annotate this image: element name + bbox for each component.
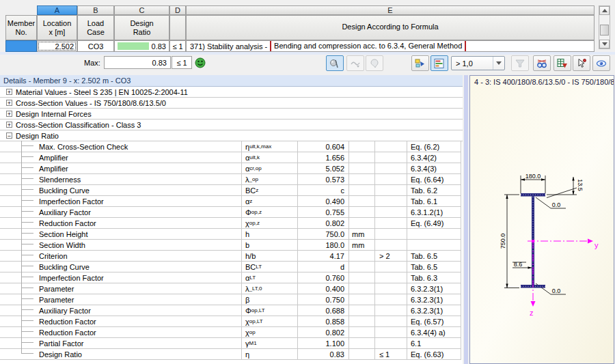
detail-unit xyxy=(348,338,374,348)
detail-row[interactable]: Auxiliary Factor Φop,LT 0.688 6.3.2.3(1) xyxy=(0,305,461,316)
detail-section-row[interactable]: − Design Ratio xyxy=(0,130,463,141)
detail-section-row[interactable]: + Cross-Section Values - IS 750/180/8.6/… xyxy=(0,98,463,109)
detail-row[interactable]: Amplifier αcr,op 5.052 6.3.4(3) xyxy=(0,163,461,174)
symbol-subscript: op,z xyxy=(251,209,262,215)
design-ratio-cell[interactable]: 0.83 xyxy=(114,40,169,52)
column-letter-c[interactable]: C xyxy=(114,5,169,15)
detail-unit xyxy=(348,152,374,163)
view-mode-button[interactable] xyxy=(592,55,610,71)
details-scroll-strip[interactable] xyxy=(464,75,468,364)
detail-label: Reduction Factor xyxy=(0,218,241,228)
scroll-up-button[interactable] xyxy=(599,6,610,15)
detail-value: 180.0 xyxy=(297,240,348,250)
detail-section-row[interactable]: + Material Values - Steel S 235 | EN 100… xyxy=(0,87,463,98)
expand-toggle-icon[interactable]: − xyxy=(6,132,12,139)
limit-cell[interactable]: ≤ 1 xyxy=(169,40,186,52)
table-scrollbar[interactable] xyxy=(599,5,610,49)
detail-row[interactable]: Imperfection Factor αLT 0.760 Tab. 6.3 xyxy=(0,272,461,283)
formula-cell[interactable]: 371) Stability analysis - Bending and co… xyxy=(186,40,594,52)
symbol-main: b xyxy=(245,241,249,249)
jump-to-graphic-icon xyxy=(415,58,426,69)
detail-row[interactable]: Criterion h/b 4.17 > 2 Tab. 6.5 xyxy=(0,251,461,262)
column-letter-e[interactable]: E xyxy=(186,5,594,15)
detail-criterion xyxy=(374,163,407,173)
detail-section-row[interactable]: + Design Internal Forces xyxy=(0,109,463,120)
load-case-cell[interactable]: CO3 xyxy=(77,40,114,52)
detail-label: Auxiliary Factor xyxy=(0,305,241,316)
detail-row[interactable]: Max. Cross-Section Check ηult,k,max 0.60… xyxy=(0,141,461,152)
detail-row[interactable]: Amplifier αult,k 1.656 6.3.4(2) xyxy=(0,152,461,163)
filter-button[interactable] xyxy=(511,55,529,71)
detail-unit xyxy=(348,283,374,294)
detail-row[interactable]: Buckling Curve BCLT d Tab. 6.5 xyxy=(0,262,461,272)
detail-label: Partial Factor xyxy=(0,338,241,348)
expand-toggle-icon[interactable]: + xyxy=(6,111,12,117)
detail-label: Design Ratio xyxy=(0,349,241,359)
export-excel-button[interactable] xyxy=(554,55,571,71)
detail-criterion: > 2 xyxy=(374,251,407,261)
detail-label: Parameter xyxy=(0,283,241,294)
column-letter-a[interactable]: A xyxy=(37,5,77,15)
detail-criterion: ≤ 1 xyxy=(374,349,407,359)
symbol-main: BC xyxy=(245,186,256,195)
detail-reference xyxy=(407,229,461,239)
detail-section-row[interactable]: + Cross-Section Classification - Class 3 xyxy=(0,120,463,130)
detail-row[interactable]: Buckling Curve BCz c Tab. 6.2 xyxy=(0,185,461,196)
detail-row[interactable]: Reduction Factor χop,z 0.802 Eq. (6.49) xyxy=(0,218,461,229)
detail-reference: Eq. (6.2) xyxy=(407,141,461,152)
column-letter-d[interactable]: D xyxy=(169,5,186,15)
detail-row[interactable]: Section Height h 750.0 mm xyxy=(0,229,461,240)
detail-row[interactable]: Auxiliary Factor Φop,z 0.755 6.3.1.2(1) xyxy=(0,207,461,218)
header-d-empty xyxy=(169,15,186,40)
expand-toggle-icon[interactable]: + xyxy=(6,100,12,106)
detail-row[interactable]: Imperfection Factor αz 0.490 Tab. 6.1 xyxy=(0,196,461,207)
member-no-cell-selected[interactable] xyxy=(5,40,37,52)
expand-toggle-icon[interactable]: + xyxy=(6,89,12,95)
detail-criterion xyxy=(374,283,407,294)
arrow-pin-icon xyxy=(576,58,587,69)
detail-label: Reduction Factor xyxy=(0,316,241,326)
expand-toggle-icon[interactable]: + xyxy=(6,122,12,128)
excel-export-icon xyxy=(557,58,568,69)
result-values-button[interactable] xyxy=(326,55,344,71)
arrow-up-icon xyxy=(602,9,607,12)
scroll-down-button[interactable] xyxy=(599,40,610,48)
scrollbar-thumb[interactable] xyxy=(600,25,609,36)
select-in-graphic-button[interactable] xyxy=(573,55,590,71)
detail-row[interactable]: Partial Factor γM1 1.100 6.1 xyxy=(0,338,461,349)
symbol-subscript: _op xyxy=(249,176,258,182)
details-section-list: + Material Values - Steel S 235 | EN 100… xyxy=(0,87,463,141)
rfem-steel-design-window: A B C D E Member No. Location x [m] Load… xyxy=(0,0,615,364)
detail-label: Section Width xyxy=(0,240,241,250)
detail-row[interactable]: Design Ratio η 0.83 ≤ 1 Eq. (6.63) xyxy=(0,349,461,360)
detail-unit xyxy=(348,185,374,195)
detail-row[interactable]: Slenderness λ_op 0.573 Eq. (6.64) xyxy=(0,174,461,185)
detail-label: Reduction Factor xyxy=(0,327,241,337)
detail-reference: Eq. (6.57) xyxy=(407,316,461,326)
detail-row[interactable]: Parameter β 0.750 6.3.2.3(1) xyxy=(0,294,461,305)
max-limit-field: ≤ 1 xyxy=(172,56,192,69)
detail-value: 0.83 xyxy=(297,349,348,359)
detail-criterion xyxy=(374,141,407,152)
detail-label: Imperfection Factor xyxy=(0,272,241,283)
detail-unit xyxy=(348,163,374,173)
column-letter-b[interactable]: B xyxy=(77,5,114,15)
glasses-icon xyxy=(536,58,547,69)
location-cell[interactable]: 2.502 xyxy=(37,40,77,52)
detail-row[interactable]: Reduction Factor χop,LT 0.858 Eq. (6.57) xyxy=(0,316,461,327)
detail-row[interactable]: Section Width b 180.0 mm xyxy=(0,240,461,251)
results-display-button[interactable] xyxy=(533,55,551,71)
detail-label: Slenderness xyxy=(0,174,241,184)
detail-row[interactable]: Reduction Factor χop 0.802 6.3.4(4) a) xyxy=(0,327,461,338)
detail-unit xyxy=(348,305,374,316)
detail-value: 1.656 xyxy=(297,152,348,163)
result-balloon-button[interactable] xyxy=(366,55,383,71)
sphere-pointer-icon xyxy=(329,58,340,69)
detail-row[interactable]: Parameter λ_LT,0 0.400 6.3.2.3(1) xyxy=(0,283,461,294)
symbol-subscript: z xyxy=(256,187,258,193)
smooth-results-button[interactable] xyxy=(346,55,364,71)
detail-reference: 6.3.2.3(1) xyxy=(407,305,461,316)
ratio-filter-dropdown[interactable]: > 1,0 xyxy=(451,56,505,70)
jump-to-graphic-button[interactable] xyxy=(411,55,429,71)
result-diagrams-button[interactable] xyxy=(430,55,448,71)
